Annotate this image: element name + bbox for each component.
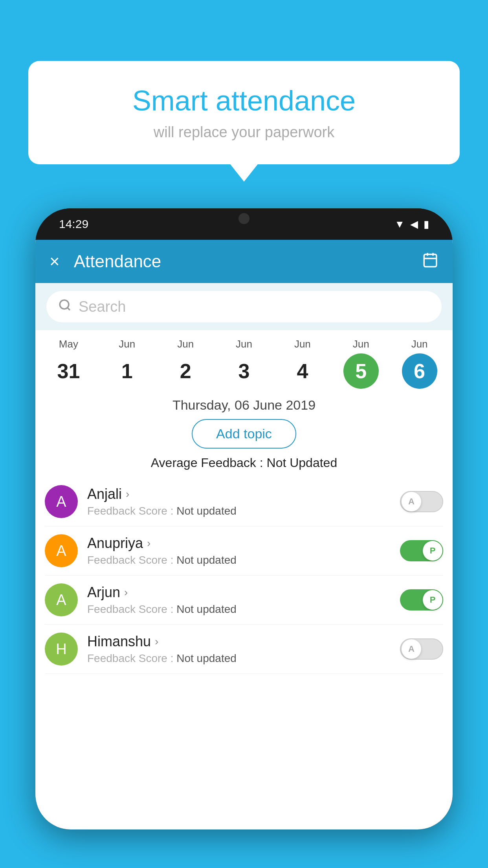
avatar: A (45, 583, 78, 616)
feedback-score: Feedback Score : Not updated (87, 554, 400, 566)
chevron-icon: › (147, 537, 150, 550)
cal-date-number: 1 (109, 353, 145, 389)
chevron-icon: › (126, 488, 129, 500)
bubble-subtitle: will replace your paperwork (52, 124, 436, 141)
cal-month-label: Jun (215, 338, 273, 353)
search-container: Search (35, 283, 453, 330)
avatar: A (45, 534, 78, 567)
camera-dot (238, 213, 250, 224)
cal-day[interactable]: Jun5 (332, 338, 390, 389)
cal-date-number: 2 (168, 353, 203, 389)
student-name: Anjali › (87, 486, 400, 502)
svg-line-5 (68, 307, 70, 310)
feedback-score: Feedback Score : Not updated (87, 603, 400, 616)
cal-day[interactable]: Jun6 (390, 338, 449, 389)
chevron-icon: › (155, 635, 158, 648)
toggle-knob: P (423, 541, 442, 561)
cal-date-number: 5 (343, 353, 379, 389)
toggle-knob: P (423, 590, 442, 610)
cal-date-number: 31 (51, 353, 86, 389)
feedback-score: Feedback Score : Not updated (87, 505, 400, 517)
student-name: Himanshu › (87, 633, 400, 650)
cal-month-label: Jun (98, 338, 156, 353)
search-placeholder: Search (79, 298, 126, 315)
student-list: AAnjali ›Feedback Score : Not updatedAAA… (35, 477, 453, 674)
student-info: Anjali ›Feedback Score : Not updated (87, 486, 400, 517)
toggle-knob: A (402, 639, 421, 659)
search-icon (58, 298, 72, 315)
student-item[interactable]: AAnupriya ›Feedback Score : Not updatedP (45, 526, 443, 576)
cal-day[interactable]: May31 (39, 338, 98, 389)
bubble-title: Smart attendance (52, 85, 436, 117)
phone-mockup: 14:29 ▼ ◀ ▮ × Attendance (35, 208, 453, 829)
student-name: Arjun › (87, 584, 400, 601)
close-button[interactable]: × (50, 252, 60, 271)
student-info: Anupriya ›Feedback Score : Not updated (87, 535, 400, 566)
attendance-toggle[interactable]: A (400, 491, 443, 512)
toggle-knob: A (402, 492, 421, 511)
cal-date-number: 6 (402, 353, 437, 389)
status-bar: 14:29 ▼ ◀ ▮ (35, 208, 453, 240)
status-time: 14:29 (59, 217, 88, 231)
avatar: A (45, 485, 78, 518)
attendance-toggle[interactable]: P (400, 589, 443, 611)
calendar-icon[interactable] (422, 252, 438, 272)
speech-bubble: Smart attendance will replace your paper… (28, 61, 460, 164)
chevron-icon: › (124, 586, 128, 599)
toggle-container[interactable]: P (400, 540, 443, 561)
toggle-container[interactable]: A (400, 638, 443, 660)
speech-bubble-container: Smart attendance will replace your paper… (28, 61, 460, 164)
battery-icon: ▮ (424, 218, 429, 230)
cal-month-label: Jun (273, 338, 332, 353)
feedback-score: Feedback Score : Not updated (87, 652, 400, 665)
cal-day[interactable]: Jun3 (215, 338, 273, 389)
calendar-row: May31Jun1Jun2Jun3Jun4Jun5Jun6 (35, 330, 453, 389)
wifi-icon: ▼ (394, 218, 405, 230)
cal-date-number: 4 (285, 353, 320, 389)
app-bar-title: Attendance (74, 252, 422, 271)
phone-notch (220, 208, 268, 226)
cal-month-label: Jun (156, 338, 215, 353)
student-item[interactable]: AArjun ›Feedback Score : Not updatedP (45, 576, 443, 625)
cal-month-label: Jun (390, 338, 449, 353)
add-topic-button[interactable]: Add topic (192, 419, 296, 449)
svg-point-4 (60, 300, 69, 309)
cal-day[interactable]: Jun1 (98, 338, 156, 389)
signal-icon: ◀ (410, 218, 418, 230)
cal-month-label: Jun (332, 338, 390, 353)
svg-rect-0 (424, 254, 437, 267)
avg-feedback: Average Feedback : Not Updated (35, 456, 453, 470)
student-info: Himanshu ›Feedback Score : Not updated (87, 633, 400, 665)
app-bar: × Attendance (35, 240, 453, 283)
toggle-container[interactable]: P (400, 589, 443, 611)
cal-day[interactable]: Jun2 (156, 338, 215, 389)
avatar: H (45, 633, 78, 666)
cal-date-number: 3 (226, 353, 262, 389)
toggle-container[interactable]: A (400, 491, 443, 512)
student-item[interactable]: HHimanshu ›Feedback Score : Not updatedA (45, 625, 443, 674)
cal-day[interactable]: Jun4 (273, 338, 332, 389)
student-item[interactable]: AAnjali ›Feedback Score : Not updatedA (45, 477, 443, 526)
status-icons: ▼ ◀ ▮ (394, 218, 429, 230)
cal-month-label: May (39, 338, 98, 353)
student-info: Arjun ›Feedback Score : Not updated (87, 584, 400, 616)
attendance-toggle[interactable]: A (400, 638, 443, 660)
student-name: Anupriya › (87, 535, 400, 552)
selected-date: Thursday, 06 June 2019 (35, 397, 453, 413)
attendance-toggle[interactable]: P (400, 540, 443, 561)
search-bar[interactable]: Search (46, 291, 442, 322)
phone-screen: × Attendance Search (35, 240, 453, 829)
